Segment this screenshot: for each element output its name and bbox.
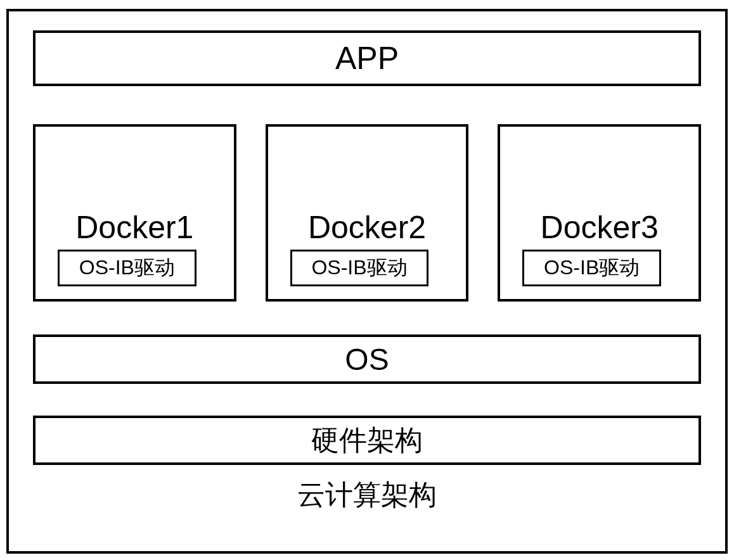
driver-box: OS-IB驱动: [522, 250, 661, 286]
docker-title: Docker3: [541, 209, 659, 246]
driver-box: OS-IB驱动: [290, 250, 429, 286]
docker-title: Docker1: [75, 209, 193, 246]
hardware-layer-box: 硬件架构: [33, 416, 701, 465]
hardware-layer-label: 硬件架构: [311, 422, 423, 459]
docker-box-3: Docker3 OS-IB驱动: [498, 124, 701, 302]
cloud-label-text: 云计算架构: [297, 479, 437, 510]
driver-box: OS-IB驱动: [58, 250, 196, 286]
os-layer-label: OS: [345, 342, 389, 377]
os-layer-box: OS: [33, 334, 701, 384]
driver-label: OS-IB驱动: [544, 254, 640, 282]
docker-title: Docker2: [308, 209, 426, 246]
docker-box-2: Docker2 OS-IB驱动: [266, 124, 469, 302]
app-layer-box: APP: [33, 30, 701, 86]
cloud-architecture-container: APP Docker1 OS-IB驱动 Docker2 OS-IB驱动 Dock…: [6, 9, 728, 554]
docker-row: Docker1 OS-IB驱动 Docker2 OS-IB驱动 Docker3 …: [33, 124, 701, 302]
driver-label: OS-IB驱动: [311, 254, 407, 282]
app-layer-label: APP: [335, 40, 399, 77]
docker-box-1: Docker1 OS-IB驱动: [33, 124, 236, 302]
cloud-architecture-label: 云计算架构: [33, 473, 701, 514]
driver-label: OS-IB驱动: [79, 254, 175, 282]
